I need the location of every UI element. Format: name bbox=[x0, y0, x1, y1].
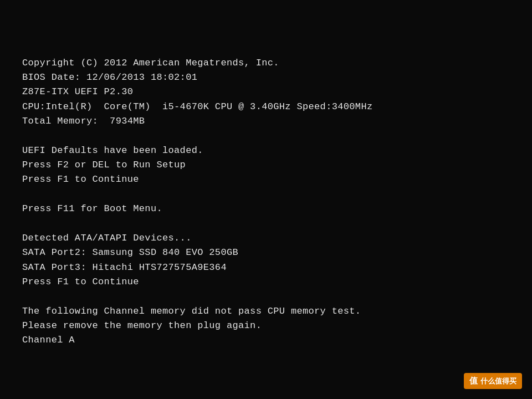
bios-line: The following Channel memory did not pas… bbox=[22, 304, 510, 319]
bios-line: Press F11 for Boot Menu. bbox=[22, 202, 510, 216]
bios-line: Press F2 or DEL to Run Setup bbox=[22, 158, 510, 172]
bios-empty-line bbox=[22, 129, 510, 143]
bios-empty-line bbox=[22, 289, 510, 304]
bios-line: Copyright (C) 2012 American Megatrends, … bbox=[22, 56, 510, 70]
bios-line: CPU:Intel(R) Core(TM) i5-4670K CPU @ 3.4… bbox=[22, 100, 510, 114]
bios-line: Please remove the memory then plug again… bbox=[22, 319, 510, 333]
bios-line: UEFI Defaults have been loaded. bbox=[22, 144, 510, 158]
bios-line: BIOS Date: 12/06/2013 18:02:01 bbox=[22, 70, 510, 85]
bios-line: Detected ATA/ATAPI Devices... bbox=[22, 231, 510, 245]
bios-line: Total Memory: 7934MB bbox=[22, 114, 510, 129]
bios-line: Z87E-ITX UEFI P2.30 bbox=[22, 85, 510, 99]
bios-line: SATA Port3: Hitachi HTS727575A9E364 bbox=[22, 260, 510, 275]
bios-line: SATA Port2: Samsung SSD 840 EVO 250GB bbox=[22, 245, 510, 260]
bios-empty-line bbox=[22, 216, 510, 231]
bios-line: Channel A bbox=[22, 333, 510, 347]
bios-empty-line bbox=[22, 187, 510, 202]
bios-output: Copyright (C) 2012 American Megatrends, … bbox=[22, 27, 510, 348]
bios-screen: Copyright (C) 2012 American Megatrends, … bbox=[0, 0, 532, 399]
bios-line: Press F1 to Continue bbox=[22, 172, 510, 187]
watermark-icon: 值 bbox=[469, 376, 478, 386]
bios-line: Press F1 to Continue bbox=[22, 275, 510, 289]
watermark-text: 什么值得买 bbox=[480, 376, 516, 386]
watermark-badge: 值 什么值得买 bbox=[464, 373, 522, 389]
